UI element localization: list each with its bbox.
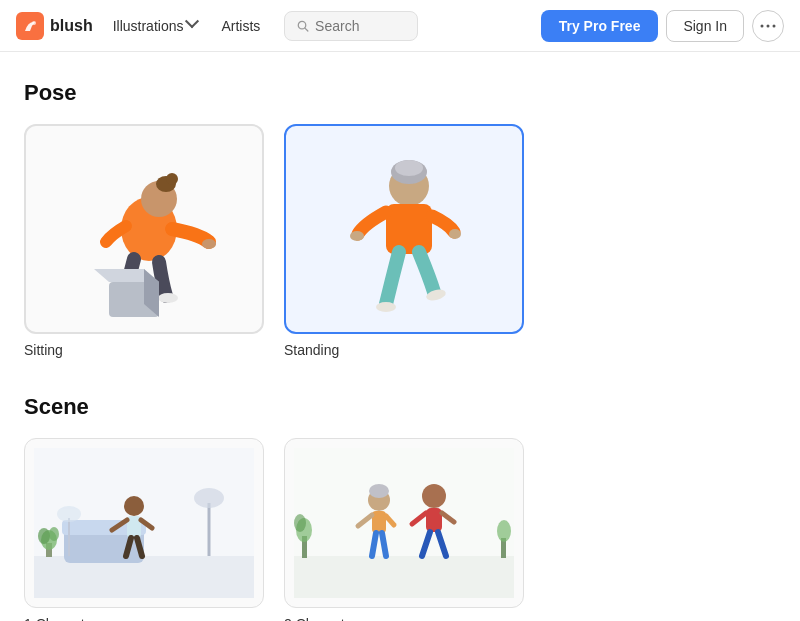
pose-card-standing[interactable] (284, 124, 524, 334)
svg-point-29 (194, 488, 224, 508)
chevron-down-icon (185, 14, 199, 28)
svg-point-56 (422, 484, 446, 508)
svg-point-46 (294, 514, 306, 532)
svg-point-12 (158, 293, 178, 303)
pose-grid: Sitting (24, 124, 776, 358)
logo-area[interactable]: blush (16, 12, 93, 40)
pose-item-standing: Standing (284, 124, 524, 358)
standing-illustration (314, 134, 494, 324)
scene-item-2char: 2 Characters (284, 438, 524, 621)
pose-label-sitting: Sitting (24, 342, 63, 358)
svg-point-39 (49, 527, 59, 541)
nav-illustrations[interactable]: Illustrations (105, 12, 206, 40)
1char-illustration (34, 448, 254, 598)
2char-illustration (294, 448, 514, 598)
header: blush Illustrations Artists Try Pro Free… (0, 0, 800, 52)
svg-point-3 (761, 24, 764, 27)
more-options-button[interactable] (752, 10, 784, 42)
scene-label-1char: 1 Character (24, 616, 97, 621)
scene-label-2char: 2 Characters (284, 616, 364, 621)
search-icon (297, 19, 309, 33)
svg-point-41 (57, 506, 81, 522)
pose-section-title: Pose (24, 80, 776, 106)
svg-point-48 (497, 520, 511, 542)
pose-label-standing: Standing (284, 342, 339, 358)
logo-text: blush (50, 17, 93, 35)
svg-rect-19 (386, 204, 432, 254)
more-dots-icon (760, 24, 776, 28)
svg-rect-43 (294, 556, 514, 598)
svg-point-22 (376, 302, 396, 312)
svg-point-30 (124, 496, 144, 516)
svg-point-0 (32, 21, 36, 25)
illustrations-label: Illustrations (113, 18, 184, 34)
svg-point-18 (395, 160, 423, 176)
scene-grid: 1 Character (24, 438, 776, 621)
svg-point-4 (767, 24, 770, 27)
svg-point-9 (166, 173, 178, 185)
try-pro-button[interactable]: Try Pro Free (541, 10, 659, 42)
main-content: Pose (0, 52, 800, 621)
svg-point-10 (202, 239, 216, 249)
svg-line-55 (382, 533, 386, 556)
svg-line-2 (305, 28, 308, 31)
pose-card-sitting[interactable] (24, 124, 264, 334)
svg-point-21 (449, 229, 461, 239)
svg-rect-57 (426, 508, 442, 532)
nav-artists[interactable]: Artists (213, 12, 268, 40)
scene-section-title: Scene (24, 394, 776, 420)
sign-in-button[interactable]: Sign In (666, 10, 744, 42)
sitting-illustration (54, 134, 234, 324)
pose-item-sitting: Sitting (24, 124, 264, 358)
search-input[interactable] (315, 18, 404, 34)
svg-line-54 (372, 533, 376, 556)
pose-section: Pose (24, 80, 776, 358)
svg-rect-25 (34, 556, 254, 598)
svg-point-50 (369, 484, 389, 498)
search-bar[interactable] (284, 11, 417, 41)
svg-point-5 (773, 24, 776, 27)
scene-item-1char: 1 Character (24, 438, 264, 621)
scene-section: Scene (24, 394, 776, 621)
scene-card-2char[interactable] (284, 438, 524, 608)
scene-card-1char[interactable] (24, 438, 264, 608)
svg-point-38 (38, 528, 50, 544)
svg-point-20 (350, 231, 364, 241)
logo-icon (16, 12, 44, 40)
